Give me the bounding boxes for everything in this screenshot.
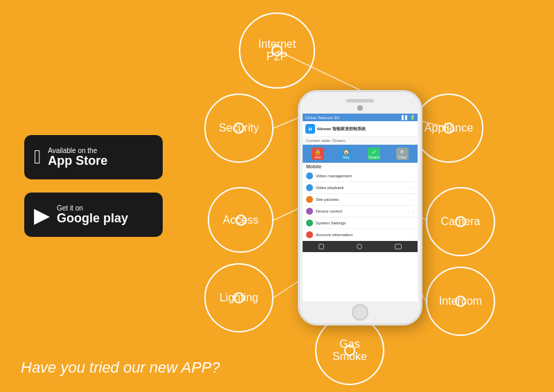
phone-status-icons: ▋▋ 🔋	[402, 115, 415, 120]
menu-video-management-icon	[306, 172, 313, 179]
menu-item-label: System Settings	[316, 221, 346, 225]
google-play-small-text: Get it on	[57, 204, 128, 212]
bubble-access-label: Access	[223, 214, 259, 226]
bubble-appliance-label: Appliance	[425, 122, 473, 134]
menu-device-control: Device control ›	[303, 206, 418, 217]
bubble-lighting-label: Lighting	[220, 292, 258, 304]
apple-icon: 	[34, 146, 41, 168]
phone-outer: China Telecom 3G ▋▋ 🔋 H iHomei 智能家居控制系统 …	[298, 90, 422, 326]
bubble-internet: Internet P2P	[239, 12, 315, 89]
app-store-button[interactable]:  Available on the App Store	[24, 135, 163, 179]
menu-see-pictures-icon	[306, 196, 313, 203]
menu-see-pictures: See pictures ›	[303, 194, 418, 206]
phone-mobile-label: Mobile	[303, 163, 418, 170]
mode-clear: ✕Clear	[396, 148, 409, 160]
nav-recent	[395, 244, 402, 249]
phone-current-state: Current state: Disarm	[303, 137, 418, 145]
bubble-access: Access	[208, 187, 274, 253]
menu-account-info: Account information ›	[303, 229, 418, 241]
phone-bottom-nav	[303, 241, 418, 252]
mode-stay: 🏠Stay	[340, 148, 352, 160]
google-play-icon: ▶	[34, 203, 50, 227]
nav-back	[319, 244, 324, 249]
menu-video-playback: Video playback ›	[303, 182, 418, 194]
menu-system-settings-icon	[306, 220, 313, 226]
menu-account-icon	[306, 231, 313, 238]
phone-mockup: China Telecom 3G ▋▋ 🔋 H iHomei 智能家居控制系统 …	[298, 90, 422, 326]
menu-video-management: Video management ›	[303, 170, 418, 182]
app-store-big-text: App Store	[48, 154, 107, 168]
app-store-small-text: Available on the	[48, 147, 107, 154]
menu-item-label: See pictures	[316, 197, 339, 202]
phone-status-bar: China Telecom 3G ▋▋ 🔋	[303, 114, 418, 121]
bubble-internet-label: Internet P2P	[258, 38, 296, 63]
menu-item-label: Video playback	[316, 186, 344, 190]
menu-item-label: Device control	[316, 209, 342, 213]
bubble-camera-label: Camera	[441, 215, 481, 228]
bubble-gas-label: Gas Smoke	[332, 338, 367, 363]
bubble-intercom-label: Intercom	[439, 295, 482, 308]
phone-home-button	[352, 304, 368, 321]
bubble-lighting: Lighting	[204, 263, 274, 332]
bubble-camera: Camera	[426, 187, 495, 256]
menu-video-playback-icon	[306, 184, 313, 191]
nav-home	[357, 244, 362, 249]
mode-arm: 🔒Arm	[312, 148, 324, 160]
phone-app-header: H iHomei 智能家居控制系统	[303, 121, 418, 137]
app-name: iHomei 智能家居控制系统	[317, 126, 366, 132]
bubble-gas: Gas Smoke	[315, 316, 384, 385]
mode-disarm: ✓Disarm	[368, 148, 380, 160]
bubble-security: Security	[204, 93, 274, 163]
google-play-button[interactable]: ▶ Get it on Google play	[24, 193, 163, 237]
phone-screen: China Telecom 3G ▋▋ 🔋 H iHomei 智能家居控制系统 …	[303, 114, 418, 301]
tagline: Have you tried our new APP?	[21, 359, 220, 377]
phone-camera-dot	[357, 105, 363, 111]
phone-carrier: China Telecom 3G	[305, 116, 339, 120]
bubble-security-label: Security	[219, 122, 259, 134]
menu-item-label: Account information	[316, 233, 352, 237]
phone-mode-icons: 🔒Arm 🏠Stay ✓Disarm ✕Clear	[303, 145, 418, 163]
google-play-big-text: Google play	[57, 212, 128, 226]
menu-system-settings: System Settings ›	[303, 217, 418, 229]
menu-device-control-icon	[306, 208, 313, 215]
bubble-appliance: Appliance	[414, 93, 483, 163]
bubble-intercom: Intercom	[426, 267, 495, 336]
app-logo: H	[305, 124, 315, 134]
phone-speaker	[346, 99, 374, 103]
menu-item-label: Video management	[316, 174, 352, 178]
